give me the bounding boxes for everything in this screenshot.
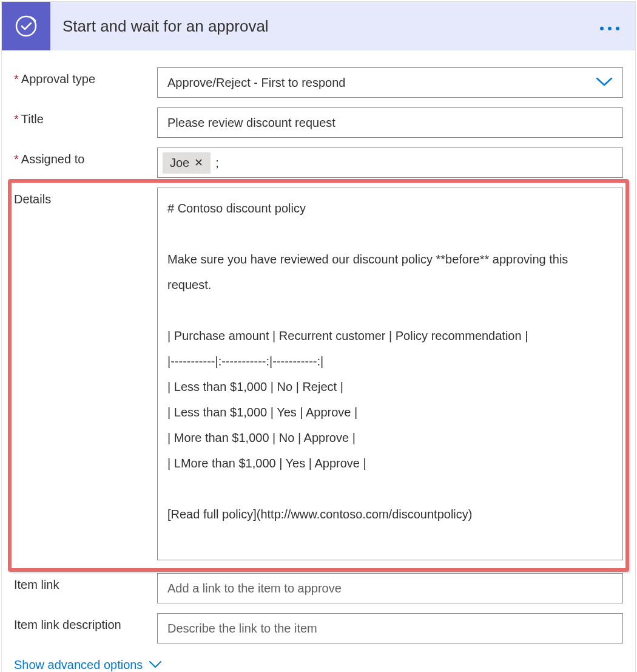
card-title: Start and wait for an approval: [50, 17, 584, 36]
card-menu-button[interactable]: [584, 17, 635, 36]
chevron-down-icon: [596, 76, 613, 90]
advanced-label: Show advanced options: [14, 658, 143, 672]
row-item-link-description: Item link description: [14, 613, 623, 643]
assignee-pill: Joe ✕: [163, 152, 211, 174]
label-assigned-to: *Assigned to: [14, 148, 157, 166]
item-link-input[interactable]: [157, 573, 623, 603]
required-marker: *: [14, 112, 19, 126]
row-item-link: Item link: [14, 573, 623, 603]
label-approval-type: *Approval type: [14, 67, 157, 86]
assignee-separator: ;: [214, 156, 219, 170]
row-approval-type: *Approval type Approve/Reject - First to…: [14, 67, 623, 98]
title-input[interactable]: [157, 107, 623, 138]
svg-point-2: [608, 27, 612, 30]
details-textarea[interactable]: [157, 188, 623, 560]
label-item-link-description: Item link description: [14, 613, 157, 632]
row-title: *Title: [14, 107, 623, 138]
required-marker: *: [14, 72, 19, 86]
label-details: Details: [14, 188, 157, 206]
label-item-link: Item link: [14, 573, 157, 592]
item-link-description-input[interactable]: [157, 613, 623, 643]
assigned-to-input[interactable]: Joe ✕ ;: [157, 148, 623, 178]
card-header: Start and wait for an approval: [2, 2, 635, 50]
form-body: *Approval type Approve/Reject - First to…: [2, 50, 635, 672]
chevron-down-icon: [149, 658, 162, 672]
approval-action-card: Start and wait for an approval *Approval…: [1, 1, 636, 672]
required-marker: *: [14, 152, 19, 166]
show-advanced-options[interactable]: Show advanced options: [14, 653, 162, 672]
approval-icon: [2, 2, 50, 50]
row-assigned-to: *Assigned to Joe ✕ ;: [14, 148, 623, 178]
row-details: Details: [14, 188, 623, 563]
assignee-name: Joe: [170, 156, 189, 170]
svg-point-3: [616, 27, 619, 30]
remove-pill-button[interactable]: ✕: [194, 156, 203, 169]
approval-type-select[interactable]: Approve/Reject - First to respond: [157, 67, 623, 98]
svg-point-1: [600, 27, 604, 30]
label-title: *Title: [14, 107, 157, 126]
approval-type-value: Approve/Reject - First to respond: [167, 76, 345, 90]
